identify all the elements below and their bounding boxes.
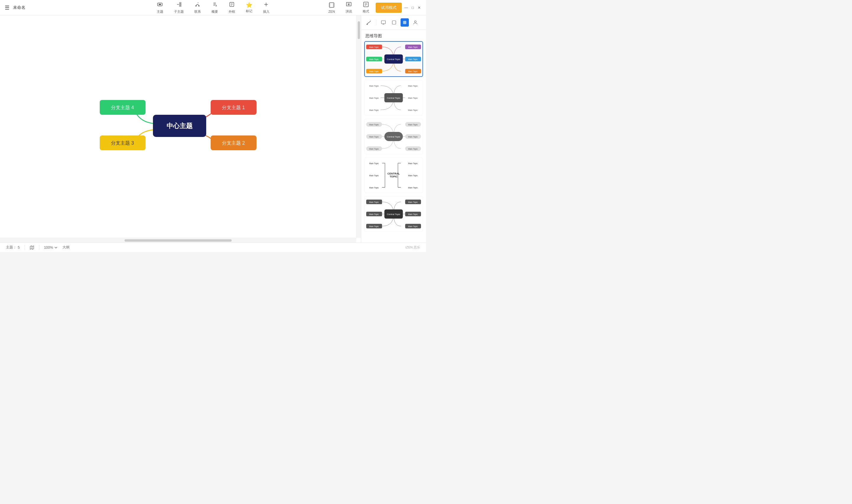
- panel-tab-brush[interactable]: [365, 18, 373, 26]
- svg-text:分支主题 3: 分支主题 3: [111, 141, 134, 145]
- mindmap-container: 中心主题 分支主题 1 分支主题 2 分支主题 3 分支主题 4: [0, 15, 356, 238]
- svg-text:Main Topic: Main Topic: [369, 85, 379, 87]
- present-label: 演说: [346, 9, 352, 14]
- svg-text:Central Topic: Central Topic: [387, 58, 400, 61]
- svg-text:Main Topic: Main Topic: [408, 201, 418, 203]
- toolbar-zen[interactable]: ZEN: [324, 0, 339, 15]
- svg-text:Main Topic: Main Topic: [369, 213, 379, 216]
- svg-text:Main Topic: Main Topic: [369, 70, 379, 73]
- outline-icon: [229, 1, 235, 9]
- svg-text:Main Topic: Main Topic: [369, 148, 379, 150]
- template-item-2[interactable]: Main Topic Main Topic Main Topic Main To…: [364, 80, 423, 116]
- template-item-1[interactable]: Main Topic Main Topic Main Topic Main To…: [364, 41, 423, 77]
- template-list: Main Topic Main Topic Main Topic Main To…: [361, 41, 426, 242]
- maximize-button[interactable]: □: [411, 6, 415, 10]
- subtopic-icon: [176, 1, 182, 9]
- svg-rect-26: [392, 21, 396, 24]
- minimize-button[interactable]: —: [404, 6, 408, 10]
- svg-text:Main Topic: Main Topic: [408, 187, 418, 189]
- titlebar-left: ☰ 未命名: [0, 4, 41, 11]
- template-item-4[interactable]: Main Topic Main Topic Main Topic Main To…: [364, 157, 423, 193]
- vertical-scrollbar[interactable]: [356, 15, 361, 238]
- titlebar: ☰ 未命名 主题 子主题 联系 概要: [0, 0, 426, 15]
- toolbar-subtopic[interactable]: 子主题: [169, 0, 189, 16]
- svg-text:Central Topic: Central Topic: [387, 136, 400, 138]
- topics-count: 5: [18, 246, 20, 250]
- svg-text:Main Topic: Main Topic: [408, 58, 418, 61]
- toolbar-insert[interactable]: 插入: [258, 0, 275, 16]
- panel-section-title: 思维导图: [361, 30, 426, 41]
- summary-icon: [212, 1, 218, 9]
- canvas-area[interactable]: 中心主题 分支主题 1 分支主题 2 分支主题 3 分支主题 4: [0, 15, 361, 242]
- svg-text:分支主题 4: 分支主题 4: [111, 105, 134, 110]
- toolbar-connect[interactable]: 联系: [189, 0, 206, 16]
- outline-item[interactable]: 大纲: [62, 245, 70, 250]
- svg-text:Central Topic: Central Topic: [387, 213, 400, 216]
- svg-text:Main Topic: Main Topic: [369, 109, 379, 111]
- menu-icon[interactable]: ☰: [5, 4, 10, 11]
- theme-label: 主题: [157, 10, 163, 14]
- connect-label: 联系: [194, 10, 201, 14]
- trial-button[interactable]: 试用模式: [376, 3, 402, 13]
- horizontal-scrollbar[interactable]: [0, 238, 356, 242]
- panel-tab-grid[interactable]: [401, 18, 409, 26]
- toolbar-theme[interactable]: 主题: [151, 0, 169, 16]
- svg-text:Main Topic: Main Topic: [369, 58, 379, 61]
- subtopic-label: 子主题: [174, 10, 184, 14]
- svg-text:Main Topic: Main Topic: [408, 148, 418, 150]
- toolbar-mark[interactable]: ⭐ 标记: [240, 0, 258, 15]
- svg-text:Main Topic: Main Topic: [408, 70, 418, 73]
- svg-text:Main Topic: Main Topic: [408, 213, 418, 216]
- svg-rect-10: [329, 3, 334, 7]
- window-controls: — □ ✕: [404, 6, 421, 10]
- toolbar-present[interactable]: 演说: [341, 0, 356, 15]
- toolbar-format[interactable]: 格式: [359, 0, 373, 15]
- horizontal-scroll-thumb[interactable]: [125, 239, 231, 242]
- mark-icon: ⭐: [246, 2, 252, 8]
- panel-tab-monitor[interactable]: [379, 18, 387, 26]
- svg-text:Main Topic: Main Topic: [369, 226, 379, 228]
- map-icon: [30, 245, 34, 250]
- svg-point-6: [199, 5, 200, 6]
- svg-text:TOPIC: TOPIC: [389, 175, 398, 178]
- svg-point-24: [366, 24, 368, 25]
- svg-text:Main Topic: Main Topic: [369, 46, 379, 49]
- vertical-scroll-thumb[interactable]: [358, 21, 360, 39]
- svg-text:中心主题: 中心主题: [166, 122, 193, 129]
- panel-tab-user[interactable]: [411, 18, 419, 26]
- app-title: 未命名: [13, 5, 25, 10]
- mindmap-svg: 中心主题 分支主题 1 分支主题 2 分支主题 3 分支主题 4: [75, 68, 282, 186]
- statusbar-divider-2: [39, 245, 39, 250]
- zoom-value: 100%: [44, 246, 53, 250]
- svg-text:Main Topic: Main Topic: [408, 46, 418, 49]
- toolbar-summary[interactable]: 概要: [206, 0, 223, 16]
- format-icon: [363, 1, 369, 8]
- topics-count-item: 主题： 5: [6, 245, 20, 250]
- svg-text:Main Topic: Main Topic: [408, 175, 418, 177]
- svg-text:Main Topic: Main Topic: [408, 97, 418, 100]
- close-button[interactable]: ✕: [417, 6, 421, 10]
- statusbar-divider-1: [24, 245, 25, 250]
- toolbar-outline[interactable]: 外框: [223, 0, 240, 16]
- template-item-3[interactable]: Main Topic Main Topic Main Topic Main To…: [364, 119, 423, 155]
- main-layout: 中心主题 分支主题 1 分支主题 2 分支主题 3 分支主题 4: [0, 15, 426, 242]
- svg-text:Main Topic: Main Topic: [369, 175, 379, 177]
- zoom-chevron-icon: [54, 246, 58, 249]
- mark-label: 标记: [246, 9, 252, 13]
- template-item-5[interactable]: Main Topic Main Topic Main Topic Main To…: [364, 196, 423, 232]
- right-panel: 思维导图 Main Topic Main Topic Main Topic Ma…: [361, 15, 426, 242]
- panel-tabs: [361, 15, 426, 30]
- svg-text:Main Topic: Main Topic: [369, 97, 379, 100]
- panel-divider-1: [376, 19, 376, 25]
- zen-icon: [329, 2, 334, 9]
- topics-label: 主题：: [6, 245, 17, 250]
- svg-text:Main Topic: Main Topic: [408, 85, 418, 87]
- outline-label: 大纲: [62, 245, 70, 250]
- panel-tab-shape[interactable]: [390, 18, 398, 26]
- statusbar: 主题： 5 100% 大纲 iZEN 思乐: [0, 242, 426, 252]
- theme-icon: [157, 1, 163, 9]
- summary-label: 概要: [212, 10, 218, 14]
- svg-point-5: [196, 5, 197, 6]
- main-toolbar: 主题 子主题 联系 概要 外框 ⭐ 标记: [151, 0, 275, 16]
- zoom-item[interactable]: 100%: [44, 246, 58, 250]
